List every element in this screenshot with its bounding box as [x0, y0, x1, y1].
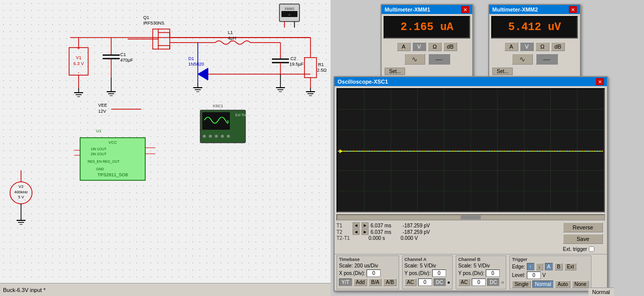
mm1-btn-ohm[interactable]: Ω: [428, 42, 442, 51]
svg-text:TPS2811_SO8: TPS2811_SO8: [98, 172, 128, 177]
save-button[interactable]: Save: [563, 234, 603, 244]
cha-ac-btn[interactable]: AC: [405, 278, 417, 286]
timebase-xpos-input[interactable]: [367, 269, 381, 277]
svg-point-85: [209, 135, 212, 138]
svg-point-87: [221, 135, 224, 138]
mm1-btn-a[interactable]: A: [397, 42, 411, 51]
multimeter-xmm1: Multimeter-XMM1 ✕ 2.165 uA A V Ω dB ∿ — …: [381, 4, 473, 78]
multimeter-xmm1-title: Multimeter-XMM1: [385, 7, 430, 13]
svg-text:Q1: Q1: [143, 15, 149, 20]
chb-scale-label: Scale:: [458, 263, 472, 268]
cha-dc-btn[interactable]: DC: [434, 278, 446, 286]
yt-btn[interactable]: Y/T: [339, 278, 352, 286]
timebase-scale-row: Scale: 200 us/Div: [339, 263, 397, 268]
trigger-none-btn[interactable]: None: [572, 280, 589, 288]
ba-btn[interactable]: B/A: [369, 278, 382, 286]
reverse-button[interactable]: Reverse: [563, 222, 603, 232]
svg-text:XMM1: XMM1: [284, 7, 294, 11]
t2-time: 6.037 ms: [371, 229, 401, 235]
ab-btn[interactable]: A/B: [383, 278, 396, 286]
trigger-ch-b[interactable]: B: [554, 263, 563, 270]
mm2-btn-ohm[interactable]: Ω: [535, 42, 549, 51]
mm2-btn-db[interactable]: dB: [551, 42, 565, 51]
cha-ypos-label: Y pos.(Div):: [405, 270, 431, 276]
trigger-auto-btn[interactable]: Auto: [555, 280, 570, 288]
ext-trigger-checkbox[interactable]: [589, 246, 594, 252]
svg-text:400kHz: 400kHz: [14, 190, 28, 194]
circuit-diagram: V1 6.3 V + - C1 470µF Q1 IRF530NS: [0, 0, 331, 275]
svg-marker-127: [340, 149, 343, 153]
svg-text:L1: L1: [228, 30, 233, 35]
svg-text:19.5µF: 19.5µF: [289, 62, 304, 67]
multimeter-xmm2-buttons: A V Ω dB: [489, 41, 580, 53]
trigger-mode-row: Single Normal Auto None: [512, 280, 589, 288]
mm2-set-row: Set...: [489, 67, 580, 77]
multimeter-xmm2: Multimeter-XMM2 ✕ 5.412 uV A V Ω dB ∿ — …: [488, 4, 581, 78]
svg-point-86: [215, 135, 218, 138]
channel-b-group: Channel B Scale: 5 V/Div Y pos.(Div): AC…: [456, 255, 506, 289]
scrollbar-thumb[interactable]: [461, 215, 481, 219]
t1-right-btn[interactable]: ►: [362, 222, 369, 228]
svg-text:C1: C1: [120, 52, 126, 57]
oscilloscope-screen: [337, 88, 605, 212]
mm1-btn-db[interactable]: dB: [443, 42, 457, 51]
chb-ac-btn[interactable]: AC: [458, 278, 470, 286]
multimeter-xmm1-titlebar: Multimeter-XMM1 ✕: [382, 5, 472, 14]
add-btn[interactable]: Add: [354, 278, 368, 286]
cha-scale-value: 5 V/Div: [420, 263, 436, 268]
trigger-ext[interactable]: Ext: [564, 263, 576, 270]
svg-text:RES_EN REG_OUT: RES_EN REG_OUT: [88, 160, 120, 164]
oscilloscope-grid: [338, 89, 604, 211]
chb-dc-btn[interactable]: DC: [487, 278, 499, 286]
timebase-group: Timebase Scale: 200 us/Div X pos.(Div): …: [337, 255, 399, 289]
multimeter-xmm2-titlebar: Multimeter-XMM2 ✕: [489, 5, 580, 14]
status-label: Buck-6.3V input *: [3, 287, 46, 293]
mm2-wave-ac[interactable]: ∿: [512, 54, 533, 65]
oscilloscope-scrollbar[interactable]: [337, 214, 605, 220]
t1-cha: -187.259 pV: [403, 223, 443, 228]
mm2-wave-dc[interactable]: —: [536, 54, 558, 65]
mm2-set-btn[interactable]: Set...: [492, 68, 513, 75]
trigger-edge-falling[interactable]: ↓: [536, 263, 543, 270]
trigger-title: Trigger: [512, 257, 589, 262]
trigger-edge-rising[interactable]: ↑: [527, 263, 534, 270]
mm1-wave-dc[interactable]: —: [428, 54, 450, 65]
chb-val-input[interactable]: [472, 278, 486, 286]
svg-text:D1: D1: [188, 56, 194, 61]
mm1-wave-ac[interactable]: ∿: [404, 54, 425, 65]
trigger-single-btn[interactable]: Single: [512, 280, 531, 288]
t2-left-btn[interactable]: ◄: [353, 229, 360, 235]
cha-val-input[interactable]: [418, 278, 432, 286]
trigger-ch-a[interactable]: A: [545, 263, 553, 270]
svg-point-88: [227, 135, 230, 138]
cha-ypos-input[interactable]: [432, 269, 446, 277]
t2-right-btn[interactable]: ►: [362, 229, 369, 235]
trigger-level-input[interactable]: [527, 271, 541, 279]
mm2-btn-a[interactable]: A: [504, 42, 518, 51]
multimeter-xmm2-display: 5.412 uV: [491, 16, 578, 39]
mm1-btn-v[interactable]: V: [412, 42, 426, 51]
multimeter-xmm1-close[interactable]: ✕: [461, 6, 469, 13]
timebase-scale-value: 200 us/Div: [355, 263, 378, 268]
svg-text:470µF: 470µF: [120, 58, 133, 63]
multimeter-xmm1-display: 2.165 uA: [384, 16, 470, 39]
svg-text:12V: 12V: [98, 109, 106, 114]
timebase-xpos-row: X pos.(Div):: [339, 269, 397, 277]
t1-label: T1: [337, 223, 351, 228]
trigger-normal-btn[interactable]: Normal: [532, 280, 553, 288]
oscilloscope-close[interactable]: ✕: [596, 78, 604, 85]
status-bar: Buck-6.3V input *: [0, 283, 331, 296]
channel-a-title: Channel A: [405, 257, 450, 262]
t1-left-btn[interactable]: ◄: [353, 222, 360, 228]
svg-text:4µH: 4µH: [228, 36, 236, 41]
svg-text:+: +: [77, 46, 80, 51]
chb-ypos-input[interactable]: [486, 269, 500, 277]
channel-a-group: Channel A Scale: 5 V/Div Y pos.(Div): AC…: [402, 255, 453, 289]
multimeter-xmm2-wave: ∿ —: [489, 53, 580, 67]
svg-rect-62: [304, 58, 316, 78]
svg-text:1IN   1OUT: 1IN 1OUT: [91, 147, 107, 151]
mm1-set-btn[interactable]: Set...: [385, 68, 405, 75]
mm2-btn-v[interactable]: V: [520, 42, 534, 51]
multimeter-xmm2-close[interactable]: ✕: [569, 6, 577, 13]
chb-ypos-label: Y pos.(Div):: [458, 270, 484, 276]
